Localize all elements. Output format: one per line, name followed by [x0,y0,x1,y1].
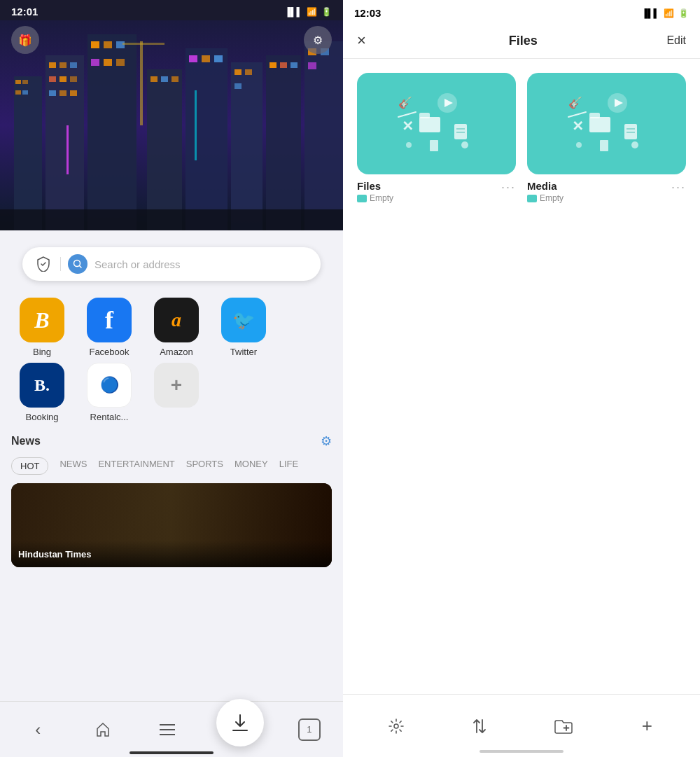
home-indicator-left [130,751,214,754]
left-panel: 12:01 ▐▌▌ 📶 🔋 [0,0,343,757]
facebook-icon-letter: f [105,305,113,335]
home-button[interactable] [88,714,118,745]
shortcut-add[interactable]: + [146,363,207,422]
search-bar[interactable]: Search or address [22,247,321,281]
svg-rect-38 [270,62,276,68]
media-more-button[interactable]: ··· [671,180,686,195]
news-tab-news[interactable]: NEWS [59,457,87,475]
shortcut-twitter[interactable]: 🐦 Twitter [213,298,274,357]
bottom-toolbar: + [343,694,700,757]
svg-rect-47 [0,209,343,230]
svg-rect-29 [186,48,227,230]
shortcut-booking[interactable]: B. Booking [11,363,73,422]
svg-rect-3 [22,80,28,84]
gift-button[interactable]: 🎁 [11,26,39,54]
svg-rect-9 [70,62,77,68]
svg-text:✕: ✕ [402,118,414,134]
media-name: Media [527,180,564,192]
files-status: Empty [357,193,393,203]
svg-rect-13 [49,90,56,96]
svg-rect-58 [454,124,467,139]
media-folder-icon [527,195,537,202]
media-status: Empty [527,193,564,203]
svg-point-76 [576,142,582,148]
svg-rect-15 [70,90,77,96]
svg-rect-21 [104,59,112,66]
news-tab-life[interactable]: LIFE [279,457,298,475]
wifi-icon: 📶 [307,7,317,17]
media-name-area: Media Empty [527,180,564,203]
add-shortcut-icon: + [171,374,182,396]
right-signal-icon: ▐▌▌ [641,8,659,18]
news-settings-icon[interactable]: ⚙ [321,433,332,449]
svg-rect-44 [308,62,316,69]
shortcut-bing[interactable]: B Bing [11,298,73,357]
svg-point-62 [461,141,468,148]
svg-rect-41 [304,41,343,230]
shield-icon [34,254,53,274]
svg-rect-4 [15,90,21,95]
right-battery-icon: 🔋 [678,8,689,18]
right-time: 12:03 [354,7,381,19]
files-info: Files Empty ··· [357,180,516,203]
shortcut-amazon[interactable]: a Amazon [146,298,207,357]
svg-rect-45 [66,125,69,174]
media-card[interactable]: ✕ 🎸 [527,73,686,203]
files-card[interactable]: ✕ 🎸 [357,73,516,203]
news-tab-sports[interactable]: SPORTS [186,457,223,475]
svg-rect-2 [15,80,21,84]
left-status-bar: 12:01 ▐▌▌ 📶 🔋 [0,0,343,20]
news-tab-entertainment[interactable]: ENTERTAINMENT [98,457,174,475]
news-tab-hot[interactable]: HOT [11,457,48,475]
svg-rect-36 [234,83,241,89]
files-name-area: Files Empty [357,180,393,203]
svg-rect-31 [202,55,210,62]
search-icon [68,254,88,274]
svg-rect-34 [234,69,241,75]
files-grid: ✕ 🎸 [343,59,700,209]
svg-rect-12 [70,76,77,82]
media-empty-label: Empty [540,193,564,203]
svg-rect-69 [589,113,600,118]
tab-count[interactable]: 1 [298,718,321,741]
svg-rect-20 [91,59,99,66]
new-folder-button[interactable] [548,711,579,742]
files-thumbnail: ✕ 🎸 [357,73,516,174]
files-more-button[interactable]: ··· [501,180,516,195]
shortcut-rental[interactable]: 🔵 Rentalc... [78,363,140,422]
close-button[interactable]: × [357,32,379,50]
header-title: Files [509,34,538,48]
right-content-area [343,209,700,694]
toolbar-settings-button[interactable] [381,711,412,742]
files-name: Files [357,180,393,192]
download-button[interactable] [216,699,264,746]
svg-point-75 [631,141,638,148]
right-wifi-icon: 📶 [664,8,674,18]
svg-rect-35 [245,69,252,75]
back-button[interactable]: ‹ [22,714,53,745]
svg-rect-32 [214,55,223,62]
files-section: ✕ 🎸 [343,59,700,209]
svg-rect-7 [49,62,56,68]
menu-button[interactable] [152,714,183,745]
right-status-bar: 12:03 ▐▌▌ 📶 🔋 [343,0,700,23]
svg-rect-37 [266,55,301,230]
settings-button[interactable]: ⚙ [304,26,332,54]
edit-button[interactable]: Edit [666,34,686,47]
sort-button[interactable] [464,711,495,742]
svg-text:🎸: 🎸 [398,96,412,109]
shortcut-facebook[interactable]: f Facebook [78,298,140,357]
search-divider [60,257,61,271]
svg-rect-1 [14,76,42,230]
svg-rect-8 [59,62,66,68]
svg-rect-39 [280,62,287,68]
add-file-button[interactable]: + [631,711,662,742]
news-card[interactable]: Hindustan Times [11,483,332,567]
svg-rect-65 [430,140,438,151]
svg-text:🎸: 🎸 [568,96,582,109]
svg-rect-10 [49,76,56,82]
bing-label: Bing [33,347,51,357]
news-tab-money[interactable]: MONEY [234,457,268,475]
booking-label: Booking [26,412,59,422]
svg-line-77 [568,112,586,117]
